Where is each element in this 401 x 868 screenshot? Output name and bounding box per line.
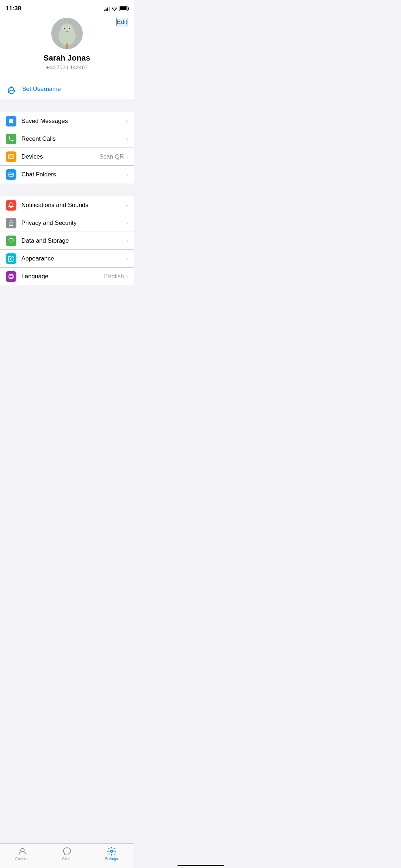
language-label: Language xyxy=(21,273,104,280)
devices-chevron: › xyxy=(126,154,128,160)
svg-point-5 xyxy=(63,28,64,29)
appearance-label: Appearance xyxy=(21,255,126,262)
data-storage-chevron: › xyxy=(126,238,128,244)
edit-button[interactable]: Edit xyxy=(116,18,128,26)
username-icon xyxy=(6,83,18,95)
bell-icon xyxy=(8,202,14,208)
saved-messages-chevron: › xyxy=(126,118,128,124)
language-row[interactable]: Language English › xyxy=(0,268,134,285)
privacy-icon xyxy=(6,218,16,228)
language-icon xyxy=(6,271,16,282)
profile-section: Edit xyxy=(0,14,134,79)
notifications-label: Notifications and Sounds xyxy=(21,202,126,209)
svg-point-2 xyxy=(61,24,73,35)
profile-name: Sarah Jonas xyxy=(6,53,128,63)
signal-icon xyxy=(104,6,110,11)
avatar xyxy=(51,18,83,49)
set-username-label: Set Username xyxy=(22,86,61,93)
devices-row[interactable]: Devices Scan QR › xyxy=(0,148,134,166)
svg-point-11 xyxy=(10,87,14,91)
wifi-icon xyxy=(112,6,117,11)
at-sign-icon xyxy=(7,84,17,94)
username-section: Set Username xyxy=(0,79,134,99)
battery-icon xyxy=(119,6,128,11)
notifications-icon xyxy=(6,200,16,211)
data-storage-label: Data and Storage xyxy=(21,237,126,244)
privacy-row[interactable]: Privacy and Security › xyxy=(0,214,134,232)
profile-phone: +44 7523 142467 xyxy=(6,64,128,70)
menu-group-1: Saved Messages › Recent Calls › Devi xyxy=(0,112,134,184)
recent-calls-icon xyxy=(6,134,16,144)
appearance-row[interactable]: Appearance › xyxy=(0,250,134,268)
pen-icon xyxy=(8,255,14,262)
svg-point-19 xyxy=(9,238,13,240)
recent-calls-label: Recent Calls xyxy=(21,135,126,143)
svg-point-21 xyxy=(10,274,12,279)
lock-icon xyxy=(8,220,14,226)
language-chevron: › xyxy=(126,273,128,280)
phone-icon xyxy=(8,136,14,142)
chat-folders-chevron: › xyxy=(126,171,128,178)
svg-point-8 xyxy=(68,28,69,29)
status-bar: 11:38 xyxy=(0,0,134,14)
svg-rect-14 xyxy=(9,155,13,157)
language-value: English xyxy=(104,273,124,280)
section-divider-2 xyxy=(0,184,134,196)
notifications-row[interactable]: Notifications and Sounds › xyxy=(0,196,134,214)
bookmark-icon xyxy=(8,118,14,124)
status-icons xyxy=(104,6,128,11)
recent-calls-row[interactable]: Recent Calls › xyxy=(0,130,134,148)
svg-point-16 xyxy=(12,203,14,205)
saved-messages-row[interactable]: Saved Messages › xyxy=(0,112,134,130)
menu-group-2: Notifications and Sounds › Privacy and S… xyxy=(0,196,134,285)
notifications-chevron: › xyxy=(126,202,128,208)
data-storage-icon xyxy=(6,236,16,246)
set-username-row[interactable]: Set Username xyxy=(0,79,134,99)
laptop-icon xyxy=(8,154,14,160)
devices-icon xyxy=(6,151,16,162)
folders-icon xyxy=(8,171,14,178)
appearance-icon xyxy=(6,253,16,264)
privacy-chevron: › xyxy=(126,220,128,226)
appearance-chevron: › xyxy=(126,255,128,262)
section-divider-1 xyxy=(0,99,134,112)
saved-messages-label: Saved Messages xyxy=(21,118,126,125)
status-time: 11:38 xyxy=(6,5,21,12)
svg-rect-10 xyxy=(66,43,68,49)
chat-folders-label: Chat Folders xyxy=(21,171,126,178)
stack-icon xyxy=(8,238,14,244)
svg-point-18 xyxy=(11,223,11,224)
privacy-label: Privacy and Security xyxy=(21,219,126,227)
avatar-image xyxy=(51,18,83,49)
globe-icon xyxy=(8,273,14,280)
svg-point-20 xyxy=(9,274,14,279)
chat-folders-icon xyxy=(6,169,16,180)
data-storage-row[interactable]: Data and Storage › xyxy=(0,232,134,250)
devices-value: Scan QR xyxy=(99,153,124,160)
devices-label: Devices xyxy=(21,153,99,160)
chat-folders-row[interactable]: Chat Folders › xyxy=(0,166,134,184)
saved-messages-icon xyxy=(6,116,16,126)
recent-calls-chevron: › xyxy=(126,136,128,142)
